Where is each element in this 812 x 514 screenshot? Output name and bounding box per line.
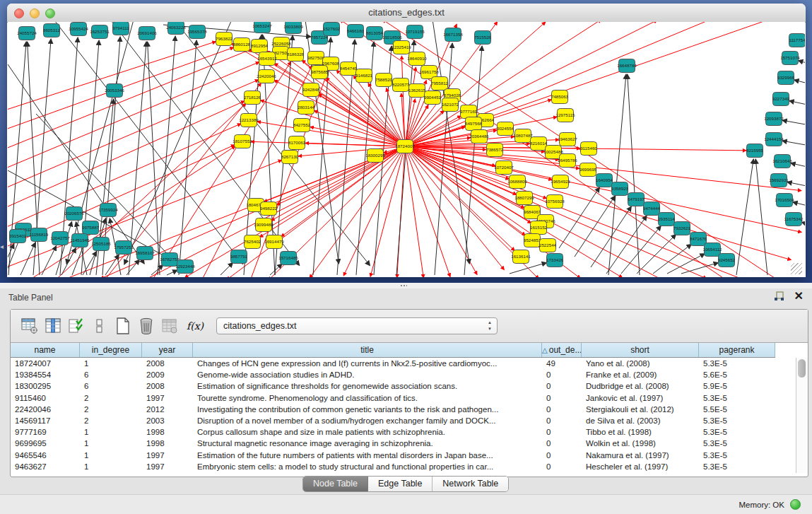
table-cell[interactable]: 0 <box>542 426 582 438</box>
table-cell[interactable]: Tibbo et al. (1998) <box>582 426 699 438</box>
table-row[interactable]: 977716911998Corpus callosum shape and si… <box>11 426 796 438</box>
table-cell[interactable]: Stergiakouli et al. (2012) <box>582 404 699 415</box>
table-cell[interactable]: 5.3E-5 <box>699 426 775 438</box>
table-row[interactable]: 946362711997Embryonic stem cells: a mode… <box>11 461 796 472</box>
table-row[interactable]: 969969511998Structural magnetic resonanc… <box>11 438 796 449</box>
table-cell[interactable]: de Silva et al. (2003) <box>582 415 699 426</box>
column-header-out_de[interactable]: △out_de... <box>542 343 582 357</box>
table-cell[interactable]: 0 <box>542 380 582 392</box>
table-cell[interactable]: 5.3E-5 <box>699 415 775 426</box>
close-panel-icon[interactable]: ✕ <box>794 291 804 301</box>
table-cell[interactable]: 1997 <box>142 392 193 404</box>
table-cell[interactable]: 1 <box>80 426 142 438</box>
combo-stepper-icon[interactable]: ▲▼ <box>488 320 492 332</box>
table-cell[interactable]: Disruption of a novel member of a sodium… <box>193 415 542 426</box>
table-cell[interactable]: 2003 <box>142 415 193 426</box>
table-cell[interactable]: 1998 <box>142 438 193 449</box>
table-cell[interactable]: 5.3E-5 <box>699 392 775 404</box>
table-cell[interactable]: 9115460 <box>11 392 80 404</box>
hide-panel-arrow[interactable]: ◂ <box>0 243 4 250</box>
table-cell[interactable]: 5.3E-5 <box>699 450 775 461</box>
table-cell[interactable]: 5.3E-5 <box>699 438 775 449</box>
table-cell[interactable]: Nakamura et al. (1997) <box>582 450 699 461</box>
vertical-scrollbar[interactable] <box>796 358 808 473</box>
table-mode-icon[interactable] <box>20 317 39 335</box>
network-graph[interactable]: 1872400718300295240557248605312109554241… <box>8 22 805 277</box>
table-row[interactable]: 1456911722003Disruption of a novel membe… <box>11 415 796 426</box>
table-cell[interactable]: 0 <box>542 415 582 426</box>
table-cell[interactable]: Structural magnetic resonance image aver… <box>193 438 542 449</box>
scrollbar-thumb[interactable] <box>798 359 806 378</box>
table-cell[interactable]: 1997 <box>142 450 193 461</box>
table-cell[interactable]: 22420046 <box>11 404 80 415</box>
table-cell[interactable]: 1 <box>80 358 142 369</box>
table-cell[interactable]: 2012 <box>142 404 193 415</box>
table-cell[interactable]: Tourette syndrome. Phenomenology and cla… <box>193 392 542 404</box>
table-cell[interactable]: Hescheler et al. (1997) <box>582 461 699 472</box>
canvas-resize-grip[interactable] <box>791 263 802 274</box>
table-cell[interactable]: 2 <box>80 404 142 415</box>
table-row[interactable]: 1938455462009Genome-wide association stu… <box>11 369 796 380</box>
table-cell[interactable]: 19384554 <box>11 369 80 380</box>
table-cell[interactable]: 49 <box>542 358 582 369</box>
table-row[interactable]: 946554611997Estimation of the future num… <box>11 450 796 461</box>
column-header-year[interactable]: year <box>142 343 193 357</box>
column-header-short[interactable]: short <box>582 343 699 357</box>
table-cell[interactable]: Estimation of the future numbers of pati… <box>193 450 542 461</box>
table-cell[interactable]: 1 <box>80 438 142 449</box>
table-cell[interactable]: 18300295 <box>11 380 80 392</box>
table-cell[interactable]: 5.3E-5 <box>699 358 775 369</box>
table-cell[interactable]: Investigating the contribution of common… <box>193 404 542 415</box>
table-cell[interactable]: 6 <box>80 369 142 380</box>
table-cell[interactable]: 2 <box>80 392 142 404</box>
table-cell[interactable]: 6 <box>80 380 142 392</box>
table-cell[interactable]: 2 <box>80 415 142 426</box>
table-cell[interactable]: 5.9E-5 <box>699 380 775 392</box>
table-cell[interactable]: Estimation of significance thresholds fo… <box>193 380 542 392</box>
table-row[interactable]: 1830029562008Estimation of significance … <box>11 380 796 392</box>
memory-status-icon[interactable] <box>790 499 801 510</box>
table-row[interactable]: 911546021997Tourette syndrome. Phenomeno… <box>11 392 796 404</box>
table-cell[interactable]: Corpus callosum shape and size in male p… <box>193 426 542 438</box>
tab-network-table[interactable]: Network Table <box>433 477 508 491</box>
table-cell[interactable]: 0 <box>542 450 582 461</box>
table-cell[interactable]: Changes of HCN gene expression and I(f) … <box>193 358 542 369</box>
table-cell[interactable]: 0 <box>542 369 582 380</box>
function-builder-icon[interactable]: f(x) <box>187 320 204 332</box>
table-cell[interactable]: Franke et al. (2009) <box>582 369 699 380</box>
table-cell[interactable]: Genome-wide association studies in ADHD. <box>193 369 542 380</box>
column-header-title[interactable]: title <box>193 343 542 357</box>
table-cell[interactable]: Jankovic et al. (1997) <box>582 392 699 404</box>
table-cell[interactable]: 0 <box>542 461 582 472</box>
table-cell[interactable]: Embryonic stem cells: a model to study s… <box>193 461 542 472</box>
tab-node-table[interactable]: Node Table <box>303 477 368 491</box>
network-canvas[interactable]: 1872400718300295240557248605312109554241… <box>8 22 805 277</box>
tab-edge-table[interactable]: Edge Table <box>368 477 433 491</box>
table-row[interactable]: 1872400712008Changes of HCN gene express… <box>11 358 796 369</box>
column-header-pagerank[interactable]: pagerank <box>699 343 775 357</box>
table-cell[interactable]: 18724007 <box>11 358 80 369</box>
table-cell[interactable]: 9465546 <box>11 450 80 461</box>
table-cell[interactable]: 1997 <box>142 461 193 472</box>
table-cell[interactable]: 1998 <box>142 426 193 438</box>
table-cell[interactable]: 0 <box>542 404 582 415</box>
table-cell[interactable]: Dudbridge et al. (2008) <box>582 380 699 392</box>
table-cell[interactable]: 1 <box>80 450 142 461</box>
table-row[interactable]: 2242004622012Investigating the contribut… <box>11 404 796 415</box>
table-cell[interactable]: 14569117 <box>11 415 80 426</box>
table-cell[interactable]: 2009 <box>142 369 193 380</box>
table-selector-combo[interactable]: citations_edges.txt ▲▼ <box>216 317 498 334</box>
table-cell[interactable]: 2008 <box>142 358 193 369</box>
table-cell[interactable]: 2008 <box>142 380 193 392</box>
column-header-name[interactable]: name <box>11 343 80 357</box>
table-cell[interactable]: Yano et al. (2008) <box>582 358 699 369</box>
float-window-icon[interactable] <box>774 291 784 301</box>
table-cell[interactable]: 9699695 <box>11 438 80 449</box>
divider-grip-icon[interactable] <box>400 284 407 288</box>
column-header-in_degree[interactable]: in_degree <box>80 343 142 357</box>
column-chooser-icon[interactable] <box>44 317 62 335</box>
table-cell[interactable]: Wolkin et al. (1998) <box>582 438 699 449</box>
table-cell[interactable]: 0 <box>542 438 582 449</box>
create-column-icon[interactable] <box>114 317 132 335</box>
window-titlebar[interactable]: citations_edges.txt <box>7 4 806 23</box>
